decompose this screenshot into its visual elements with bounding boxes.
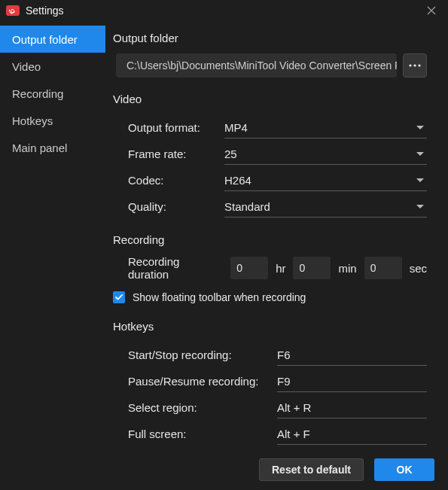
row-hotkey-fullscreen: Full screen: Alt + F xyxy=(128,421,427,447)
select-quality[interactable]: Standard xyxy=(224,196,427,218)
sidebar-item-recording[interactable]: Recording xyxy=(0,80,105,107)
sidebar-item-hotkeys[interactable]: Hotkeys xyxy=(0,107,105,134)
main-panel-area: Output folder C:\Users\bj\Documents\Mini… xyxy=(105,21,448,449)
label-output-format: Output format: xyxy=(128,121,224,134)
ok-button[interactable]: OK xyxy=(374,458,434,481)
row-hotkey-pause: Pause/Resume recording: F9 xyxy=(128,368,427,394)
row-quality: Quality: Standard xyxy=(128,193,427,220)
label-floating-toolbar: Show floating toolbar when recording xyxy=(133,291,306,303)
select-value: MP4 xyxy=(224,121,248,134)
row-hotkey-startstop: Start/Stop recording: F6 xyxy=(128,342,427,368)
hotkey-startstop[interactable]: F6 xyxy=(277,345,427,366)
input-duration-sec[interactable] xyxy=(364,257,402,279)
svg-point-0 xyxy=(409,64,411,66)
select-value: Standard xyxy=(224,200,270,213)
hotkeys-rows: Start/Stop recording: F6 Pause/Resume re… xyxy=(113,342,427,447)
section-title-recording: Recording xyxy=(113,233,427,246)
chevron-down-icon xyxy=(416,152,424,156)
output-folder-row: C:\Users\bj\Documents\MiniTool Video Con… xyxy=(116,53,427,78)
input-duration-min[interactable] xyxy=(293,257,331,279)
unit-sec: sec xyxy=(410,262,427,275)
app-icon xyxy=(6,5,20,16)
settings-window: Settings Output folder Video Recording H… xyxy=(0,0,448,490)
more-icon xyxy=(409,64,421,67)
close-icon xyxy=(427,6,436,15)
row-frame-rate: Frame rate: 25 xyxy=(128,141,427,167)
select-output-format[interactable]: MP4 xyxy=(224,117,427,138)
row-hotkey-region: Select region: Alt + R xyxy=(128,394,427,421)
sidebar-item-output-folder[interactable]: Output folder xyxy=(0,26,105,53)
sidebar-item-main-panel[interactable]: Main panel xyxy=(0,134,105,161)
chevron-down-icon xyxy=(416,205,424,208)
label-hotkey-startstop: Start/Stop recording: xyxy=(128,348,277,361)
output-folder-path[interactable]: C:\Users\bj\Documents\MiniTool Video Con… xyxy=(116,53,397,78)
chevron-down-icon xyxy=(416,126,424,129)
select-value: H264 xyxy=(224,174,251,187)
section-title-hotkeys: Hotkeys xyxy=(113,320,427,333)
section-title-video: Video xyxy=(113,93,427,105)
checkbox-floating-toolbar[interactable] xyxy=(113,291,125,303)
sidebar: Output folder Video Recording Hotkeys Ma… xyxy=(0,21,105,449)
hotkey-fullscreen[interactable]: Alt + F xyxy=(277,424,427,445)
svg-point-2 xyxy=(418,64,420,66)
select-value: 25 xyxy=(224,148,237,160)
sidebar-item-video[interactable]: Video xyxy=(0,53,105,80)
label-codec: Codec: xyxy=(128,174,224,187)
row-floating-toolbar: Show floating toolbar when recording xyxy=(113,291,427,303)
hotkey-pause[interactable]: F9 xyxy=(277,371,427,392)
sidebar-item-label: Recording xyxy=(12,87,63,100)
select-frame-rate[interactable]: 25 xyxy=(224,144,427,165)
reset-button[interactable]: Reset to default xyxy=(259,458,364,481)
select-codec[interactable]: H264 xyxy=(224,170,427,191)
check-icon xyxy=(115,294,123,300)
label-frame-rate: Frame rate: xyxy=(128,148,224,160)
video-rows: Output format: MP4 Frame rate: 25 Codec: xyxy=(113,114,427,220)
row-output-format: Output format: MP4 xyxy=(128,114,427,141)
row-codec: Codec: H264 xyxy=(128,167,427,193)
window-title: Settings xyxy=(26,5,64,17)
label-hotkey-pause: Pause/Resume recording: xyxy=(128,375,277,388)
footer: Reset to default OK xyxy=(0,449,448,490)
unit-min: min xyxy=(338,262,356,275)
unit-hr: hr xyxy=(276,262,285,275)
close-button[interactable] xyxy=(421,0,442,21)
sidebar-item-label: Hotkeys xyxy=(12,114,53,127)
svg-point-1 xyxy=(413,64,416,66)
hotkey-region[interactable]: Alt + R xyxy=(277,397,427,418)
label-quality: Quality: xyxy=(128,200,224,213)
row-recording-duration: Recording duration hr min sec xyxy=(113,255,427,281)
body: Output folder Video Recording Hotkeys Ma… xyxy=(0,21,448,449)
chevron-down-icon xyxy=(416,178,424,182)
input-duration-hr[interactable] xyxy=(230,257,268,279)
sidebar-item-label: Output folder xyxy=(12,33,78,46)
titlebar: Settings xyxy=(0,0,448,21)
label-recording-duration: Recording duration xyxy=(128,255,220,281)
sidebar-item-label: Main panel xyxy=(12,142,67,154)
sidebar-item-label: Video xyxy=(12,60,41,73)
label-hotkey-region: Select region: xyxy=(128,401,277,414)
section-title-output-folder: Output folder xyxy=(113,32,427,44)
label-hotkey-fullscreen: Full screen: xyxy=(128,428,277,440)
browse-button[interactable] xyxy=(403,53,427,78)
